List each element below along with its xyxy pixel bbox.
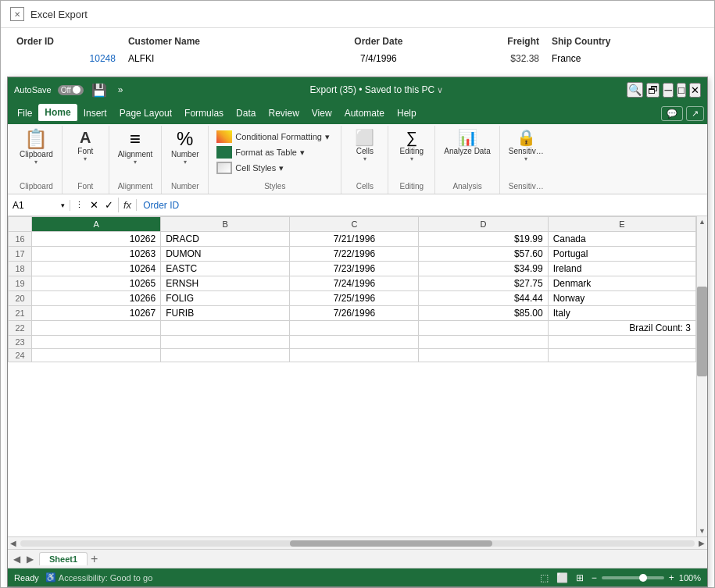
cell-c[interactable] [290,349,419,362]
cell-d[interactable] [419,321,548,336]
more-commands-icon[interactable]: » [118,84,123,95]
cell-d[interactable] [419,349,548,362]
scroll-down-button[interactable]: ▼ [697,526,707,536]
cell-c[interactable]: 7/21/1996 [290,232,419,247]
cell-a[interactable]: 10262 [32,232,161,247]
normal-view-button[interactable]: ⬚ [538,571,550,585]
cell-e[interactable]: Norway [548,291,695,306]
col-header-e[interactable]: E [548,217,695,232]
zoom-in-button[interactable]: + [667,571,676,585]
cell-d[interactable]: $19.99 [419,232,548,247]
vertical-scrollbar[interactable]: ▲ ▼ [696,216,707,536]
fx-button[interactable]: fx [119,199,137,211]
cell-c[interactable]: 7/24/1996 [290,276,419,291]
cell-e[interactable] [548,336,695,349]
search-button[interactable]: 🔍 [627,82,643,98]
hscroll-left-button[interactable]: ◀ [8,539,19,547]
cell-c[interactable]: 7/23/1996 [290,262,419,276]
cell-e[interactable] [548,349,695,362]
table-row[interactable]: 22Brazil Count: 3 [9,321,696,336]
comments-button[interactable]: 💬 [661,106,683,121]
cell-styles-button[interactable]: Cell Styles ▾ [213,160,336,176]
cell-ref-arrow[interactable]: ▾ [61,201,65,209]
col-header-b[interactable]: B [161,217,290,232]
menu-automate[interactable]: Automate [338,105,391,122]
tab-nav-next[interactable]: ▶ [24,553,36,565]
cell-c[interactable] [290,321,419,336]
menu-home[interactable]: Home [38,104,77,123]
table-row[interactable]: 1910265ERNSH7/24/1996$27.75Denmark [9,276,696,291]
cell-d[interactable]: $44.44 [419,291,548,306]
page-break-view-button[interactable]: ⊞ [574,571,585,585]
cell-d[interactable]: $57.60 [419,247,548,262]
table-row[interactable]: 24 [9,349,696,362]
restore-button[interactable]: 🗗 [646,83,660,98]
cells-button[interactable]: ⬜ Cells ▾ [349,127,381,165]
autosave-toggle[interactable]: Off [58,85,84,95]
hscroll-right-button[interactable]: ▶ [696,539,707,547]
col-header-d[interactable]: D [419,217,548,232]
zoom-track[interactable] [602,576,664,579]
menu-file[interactable]: File [11,105,38,122]
title-arrow[interactable]: ∨ [437,85,443,94]
editing-button[interactable]: ∑ Editing ▾ [395,127,427,165]
save-icon[interactable]: 💾 [91,83,107,98]
menu-formulas[interactable]: Formulas [178,105,230,122]
cell-e[interactable]: Ireland [548,262,695,276]
zoom-thumb[interactable] [639,574,647,582]
formula-input[interactable] [137,200,707,211]
cell-e[interactable]: Italy [548,306,695,321]
cell-a[interactable]: 10264 [32,262,161,276]
horizontal-scrollbar[interactable]: ◀ ▶ [8,536,707,549]
cell-d[interactable]: $85.00 [419,306,548,321]
sheet1-tab[interactable]: Sheet1 [39,552,88,565]
cell-b[interactable]: FURIB [161,306,290,321]
cell-c[interactable]: 7/22/1996 [290,247,419,262]
table-row[interactable]: 1710263DUMON7/22/1996$57.60Portugal [9,247,696,262]
close-button[interactable]: ✕ [689,83,701,98]
cell-b[interactable]: ERNSH [161,276,290,291]
cell-b[interactable] [161,336,290,349]
menu-insert[interactable]: Insert [77,105,113,122]
minimize-button[interactable]: ─ [663,83,673,98]
cell-b[interactable]: DUMON [161,247,290,262]
analyze-data-button[interactable]: 📊 Analyze Data [440,127,494,158]
cell-e[interactable]: Denmark [548,276,695,291]
cell-c[interactable]: 7/25/1996 [290,291,419,306]
cancel-formula-button[interactable]: ✕ [88,198,100,212]
cell-e[interactable]: Canada [548,232,695,247]
menu-page-layout[interactable]: Page Layout [113,105,178,122]
conditional-formatting-button[interactable]: Conditional Formatting ▾ [213,129,336,144]
cell-e[interactable]: Portugal [548,247,695,262]
menu-review[interactable]: Review [262,105,305,122]
hscroll-track[interactable] [20,540,695,547]
tab-nav-prev[interactable]: ◀ [11,553,23,565]
format-as-table-button[interactable]: Format as Table ▾ [213,144,336,160]
maximize-button[interactable]: □ [677,83,686,98]
cell-a[interactable]: 10265 [32,276,161,291]
confirm-formula-button[interactable]: ✓ [103,198,115,212]
cell-a[interactable] [32,336,161,349]
cell-a[interactable]: 10267 [32,306,161,321]
col-header-c[interactable]: C [290,217,419,232]
hscroll-thumb[interactable] [290,540,492,547]
cell-e[interactable]: Brazil Count: 3 [548,321,695,336]
table-row[interactable]: 2110267FURIB7/26/1996$85.00Italy [9,306,696,321]
font-button[interactable]: A Font ▾ [70,127,101,165]
cell-d[interactable]: $27.75 [419,276,548,291]
menu-view[interactable]: View [306,105,338,122]
cell-c[interactable]: 7/26/1996 [290,306,419,321]
cell-b[interactable] [161,349,290,362]
formula-more-button[interactable]: ⋮ [73,198,85,212]
col-header-a[interactable]: A [32,217,161,232]
table-row[interactable]: 23 [9,336,696,349]
cell-c[interactable] [290,336,419,349]
cell-a[interactable]: 10266 [32,291,161,306]
cell-d[interactable]: $34.99 [419,262,548,276]
clipboard-button[interactable]: 📋 Clipboard ▾ [16,127,57,168]
number-button[interactable]: % Number ▾ [167,127,203,168]
cell-b[interactable]: FOLIG [161,291,290,306]
cell-b[interactable] [161,321,290,336]
table-row[interactable]: 1810264EASTC7/23/1996$34.99Ireland [9,262,696,276]
page-layout-view-button[interactable]: ⬜ [555,571,570,585]
